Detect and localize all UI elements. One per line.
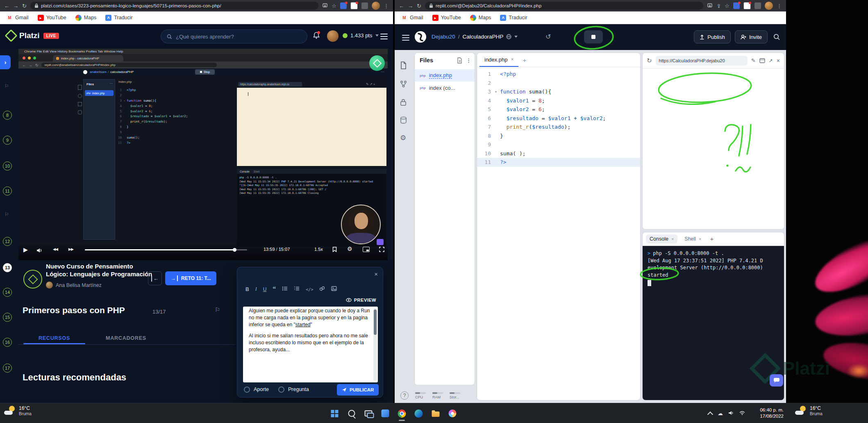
code-line-10[interactable]: 10suma(); — [115, 135, 236, 140]
tab-shell[interactable]: Shell× — [681, 234, 705, 243]
code-line-2[interactable]: 2 — [477, 79, 640, 88]
webview-url[interactable]: https://CalculadoraPHP.dejabu20 — [656, 56, 748, 66]
address-bar[interactable]: platzi.com/clases/3223-pensamiento-logic… — [30, 2, 318, 10]
rail-fork-icon[interactable] — [400, 80, 407, 88]
history-icon[interactable]: ↺ — [545, 33, 551, 41]
pip-icon[interactable] — [363, 247, 370, 252]
taskbar-clock[interactable]: 06:40 p. m. 17/08/2022 — [748, 407, 784, 419]
file-item-indexphp[interactable]: phpindex.php — [415, 69, 475, 82]
new-console-tab-icon[interactable]: + — [710, 235, 714, 242]
browser-menu-icon[interactable]: ⋮ — [777, 3, 782, 9]
profile-avatar[interactable] — [372, 2, 380, 10]
course-author[interactable]: Ana Belisa Martínez — [46, 282, 102, 289]
progress-bar[interactable] — [85, 249, 247, 250]
back-icon[interactable]: ← — [4, 3, 9, 9]
bold-icon[interactable]: B — [245, 287, 249, 292]
replit-logo[interactable] — [414, 31, 427, 43]
code-line-7[interactable]: 7 print_r($resultado); — [477, 123, 640, 132]
code-line-10[interactable]: 10suma( ); — [477, 149, 640, 158]
code-icon[interactable]: </> — [306, 287, 313, 292]
forward-icon[interactable]: ▶▶ — [68, 247, 73, 251]
extension-icon[interactable] — [754, 2, 761, 9]
taskbar-weather-widget[interactable]: 16°C Bruma — [4, 405, 32, 416]
rail-files-icon[interactable] — [400, 61, 407, 69]
extension-icon[interactable] — [340, 2, 347, 9]
code-line-11[interactable]: 11?> — [115, 140, 236, 146]
flag-icon[interactable]: ⚐ — [5, 83, 9, 89]
taskbar-paint[interactable] — [447, 405, 458, 422]
breadcrumb-user[interactable]: Dejabu20 — [432, 34, 455, 40]
main-menu-button[interactable] — [380, 34, 388, 39]
settings-gear-icon[interactable]: ⚙ — [347, 246, 352, 252]
chat-bubble-button[interactable] — [770, 374, 783, 387]
forward-icon[interactable]: → — [408, 3, 413, 9]
preview-toggle[interactable]: PREVIEW — [346, 298, 376, 302]
help-icon[interactable]: ? — [400, 391, 409, 400]
bookmark-youtube[interactable]: ▶YouTube — [432, 15, 461, 21]
extension-icon[interactable] — [743, 2, 751, 9]
bookmark-star-icon[interactable]: ☆ — [725, 3, 729, 9]
file-item-indexco[interactable]: phpindex (co... — [415, 82, 475, 94]
close-icon[interactable]: × — [374, 271, 378, 277]
taskbar-task-view[interactable] — [363, 405, 374, 422]
bookmark-icon[interactable] — [332, 246, 337, 254]
notifications-bell[interactable] — [312, 31, 320, 41]
fullscreen-icon[interactable] — [379, 246, 384, 254]
code-line-6[interactable]: 6 $resultado = $valor1 + $valor2; — [115, 114, 236, 119]
report-flag-icon[interactable]: ⚐ — [215, 306, 220, 314]
onedrive-cloud-icon[interactable]: ☁ — [718, 410, 723, 416]
rail-database-icon[interactable] — [400, 116, 407, 124]
close-tab-icon[interactable]: × — [671, 237, 674, 241]
lesson-step-11[interactable]: 11 — [3, 186, 12, 196]
code-line-8[interactable]: 8} — [115, 124, 236, 130]
code-line-9[interactable]: 9 — [477, 140, 640, 149]
rewind-icon[interactable]: ◀◀ — [53, 247, 58, 251]
network-icon[interactable] — [739, 410, 745, 416]
invite-button[interactable]: Invite — [735, 30, 768, 43]
radio-aporte[interactable] — [244, 387, 250, 393]
editor-tab-indexphp[interactable]: index.php × — [479, 53, 518, 67]
browser-menu-icon[interactable]: ⋮ — [384, 3, 389, 9]
taskbar-file-explorer[interactable] — [430, 405, 441, 422]
lesson-step-16[interactable]: 16 — [3, 338, 12, 347]
taskbar-chrome[interactable] — [397, 405, 407, 422]
close-icon[interactable]: × — [777, 57, 780, 64]
files-menu-icon[interactable]: ⋮ — [466, 57, 471, 64]
back-icon[interactable]: ← — [399, 3, 404, 9]
address-bar[interactable]: replit.com/@Dejabu20/CalculadoraPHP#inde… — [425, 2, 704, 10]
code-line-6[interactable]: 6 $resultado = $valor1 + $valor2; — [477, 114, 640, 123]
italic-icon[interactable]: I — [255, 286, 257, 292]
taskbar-widgets[interactable] — [380, 405, 391, 422]
save-icon[interactable] — [322, 3, 328, 9]
taskbar2-weather-widget[interactable]: 16°C Bruma — [795, 405, 823, 416]
rail-settings-gear-icon[interactable]: ⚙ — [400, 134, 406, 142]
close-tab-icon[interactable]: × — [699, 237, 701, 241]
unordered-list-icon[interactable] — [282, 286, 288, 292]
code-line-1[interactable]: 1<?php — [115, 87, 236, 93]
playback-speed[interactable]: 1.5x — [314, 247, 323, 252]
lesson-step-15[interactable]: 15 — [3, 313, 12, 322]
search-input[interactable]: ¿Qué quieres aprender? — [161, 30, 307, 43]
pencil-icon[interactable]: ✎ — [751, 57, 756, 64]
extension-icon[interactable] — [733, 2, 740, 9]
points-indicator[interactable]: 1.433 pts — [343, 32, 379, 39]
tab-console[interactable]: Console× — [646, 234, 677, 243]
bookmark-maps[interactable]: Maps — [75, 15, 97, 21]
search-icon[interactable] — [773, 34, 780, 41]
image-icon[interactable] — [331, 286, 337, 292]
refresh-icon[interactable]: ↻ — [647, 57, 652, 64]
code-line-2[interactable]: 2 — [115, 93, 236, 98]
code-line-3[interactable]: 3▾function suma(){ — [477, 87, 640, 96]
new-file-icon[interactable] — [457, 57, 463, 64]
close-tab-icon[interactable]: × — [511, 57, 514, 62]
new-tab-icon[interactable]: + — [523, 57, 526, 64]
tray-expand-icon[interactable] — [707, 411, 713, 417]
previous-lesson-button[interactable]: ← — [148, 271, 162, 285]
publish-button[interactable]: Publish — [694, 30, 731, 43]
reto-button[interactable]: → RETO 11: T... — [165, 271, 216, 285]
code-line-8[interactable]: 8} — [477, 132, 640, 141]
reload-icon[interactable]: ↻ — [22, 3, 27, 9]
forward-icon[interactable]: → — [13, 3, 18, 9]
underline-icon[interactable]: U — [263, 287, 267, 292]
scrollbar-thumb[interactable] — [374, 309, 377, 335]
